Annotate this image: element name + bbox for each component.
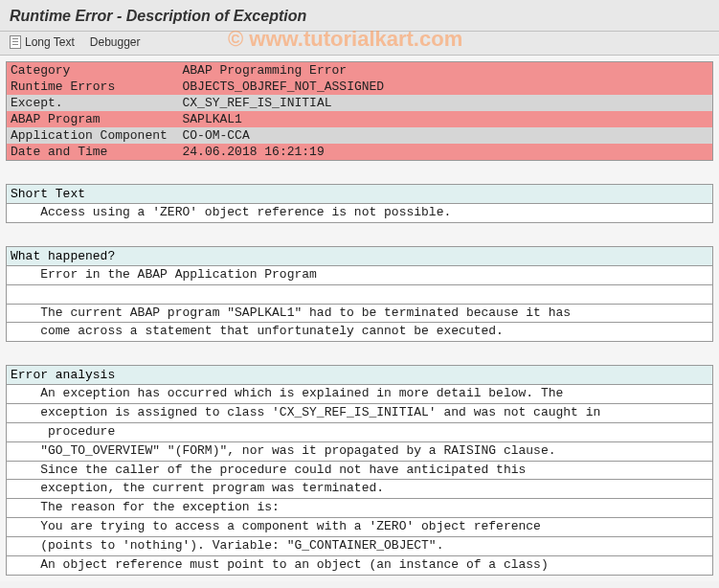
info-label: Category xyxy=(7,62,179,79)
info-label: Except. xyxy=(7,95,179,111)
info-value: SAPLKAL1 xyxy=(179,111,713,127)
debugger-label: Debugger xyxy=(90,35,141,49)
document-icon xyxy=(10,35,21,49)
section-line: An object reference must point to an obj… xyxy=(7,556,712,576)
info-row: CategoryABAP Programming Error xyxy=(7,62,713,79)
long-text-button[interactable]: Long Text xyxy=(10,35,75,49)
info-label: ABAP Program xyxy=(7,111,179,127)
section-line: "GO_TO_OVERVIEW" "(FORM)", nor was it pr… xyxy=(7,442,712,462)
info-row: Runtime ErrorsOBJECTS_OBJREF_NOT_ASSIGNE… xyxy=(7,79,713,95)
section-line: exception is assigned to class 'CX_SY_RE… xyxy=(7,404,712,423)
info-value: 24.06.2018 16:21:19 xyxy=(179,144,713,161)
info-label: Application Component xyxy=(7,127,179,144)
section-line: The current ABAP program "SAPLKAL1" had … xyxy=(7,305,712,324)
error-analysis-section: Error analysis An exception has occurred… xyxy=(6,365,713,575)
info-label: Runtime Errors xyxy=(7,79,179,95)
info-row: Date and Time24.06.2018 16:21:19 xyxy=(7,144,713,161)
info-value: OBJECTS_OBJREF_NOT_ASSIGNED xyxy=(179,79,713,95)
what-happened-title: What happened? xyxy=(7,247,712,266)
section-line: Error in the ABAP Application Program xyxy=(7,266,712,285)
section-line: exception, the current program was termi… xyxy=(7,480,712,499)
error-analysis-title: Error analysis xyxy=(7,366,712,385)
section-line: Since the caller of the procedure could … xyxy=(7,462,712,481)
info-value: CO-OM-CCA xyxy=(179,127,713,144)
section-line: procedure xyxy=(7,423,712,442)
info-row: ABAP ProgramSAPLKAL1 xyxy=(7,111,713,127)
info-row: Except.CX_SY_REF_IS_INITIAL xyxy=(7,95,713,111)
info-value: CX_SY_REF_IS_INITIAL xyxy=(179,95,713,111)
toolbar: Long Text Debugger xyxy=(0,32,719,56)
section-line: (points to 'nothing'). Variable: "G_CONT… xyxy=(7,537,712,556)
section-line: An exception has occurred which is expla… xyxy=(7,385,712,404)
what-happened-section: What happened? Error in the ABAP Applica… xyxy=(6,246,713,342)
info-value: ABAP Programming Error xyxy=(179,62,713,79)
section-line: come across a statement that unfortunate… xyxy=(7,323,712,342)
section-line: The reason for the exception is: xyxy=(7,499,712,518)
error-info-table: CategoryABAP Programming ErrorRuntime Er… xyxy=(6,61,713,161)
info-row: Application ComponentCO-OM-CCA xyxy=(7,127,713,144)
debugger-button[interactable]: Debugger xyxy=(90,35,141,49)
page-title: Runtime Error - Description of Exception xyxy=(10,8,709,25)
section-line: You are trying to access a component wit… xyxy=(7,518,712,537)
info-label: Date and Time xyxy=(7,144,179,161)
short-text-section: Short Text Access using a 'ZERO' object … xyxy=(6,184,713,223)
section-line xyxy=(7,285,712,305)
short-text-title: Short Text xyxy=(7,185,712,204)
section-line: Access using a 'ZERO' object reference i… xyxy=(7,204,712,223)
long-text-label: Long Text xyxy=(25,35,75,49)
